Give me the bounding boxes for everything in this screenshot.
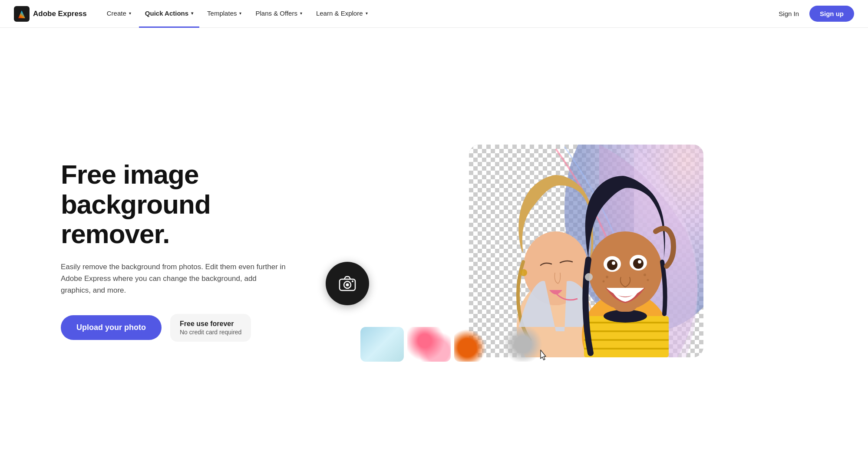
nav-item-quick-actions[interactable]: Quick Actions ▾ (139, 0, 199, 28)
chevron-down-icon: ▾ (239, 11, 241, 16)
cursor-pointer-icon (539, 349, 545, 362)
hero-actions: Upload your photo Free use forever No cr… (61, 314, 313, 342)
hero-left: Free image background remover. Easily re… (61, 160, 313, 341)
swatch-teal[interactable] (360, 327, 404, 362)
svg-point-22 (638, 260, 641, 264)
upload-photo-button[interactable]: Upload your photo (61, 315, 162, 340)
nav-actions: Sign In Sign up (773, 6, 854, 22)
hero-description: Easily remove the background from photos… (61, 261, 287, 297)
brand-logo[interactable]: Adobe Express (14, 6, 87, 22)
svg-point-25 (644, 274, 646, 276)
svg-point-23 (606, 276, 608, 278)
swatch-blue-orange[interactable] (454, 327, 498, 362)
chevron-down-icon: ▾ (191, 11, 193, 16)
camera-icon-button[interactable] (326, 262, 369, 305)
svg-point-20 (633, 258, 644, 269)
signup-button[interactable]: Sign up (809, 6, 854, 22)
nav-item-templates[interactable]: Templates ▾ (201, 0, 248, 28)
nav-item-learn-explore[interactable]: Learn & Explore ▾ (310, 0, 374, 28)
brand-name: Adobe Express (33, 10, 87, 18)
svg-point-27 (585, 273, 593, 281)
svg-point-26 (647, 279, 649, 281)
chevron-down-icon: ▾ (300, 11, 302, 16)
svg-point-24 (602, 280, 604, 282)
nav-item-create[interactable]: Create ▾ (101, 0, 137, 28)
free-badge-line2: No credit card required (180, 329, 241, 336)
adobe-express-logo-icon (14, 6, 30, 22)
svg-point-11 (520, 269, 527, 276)
chevron-down-icon: ▾ (129, 11, 131, 16)
camera-icon (338, 274, 357, 293)
main-nav: Adobe Express Create ▾ Quick Actions ▾ T… (0, 0, 868, 28)
nav-item-plans-offers[interactable]: Plans & Offers ▾ (249, 0, 308, 28)
background-swatches (360, 327, 545, 362)
chevron-down-icon: ▾ (366, 11, 368, 16)
hero-image (469, 145, 703, 357)
svg-point-30 (346, 283, 349, 286)
svg-point-19 (607, 260, 617, 270)
hero-right (339, 145, 833, 357)
hero-image-container (469, 145, 703, 357)
svg-point-21 (612, 261, 615, 265)
hero-title: Free image background remover. (61, 160, 313, 249)
swatch-gray[interactable] (501, 327, 545, 362)
nav-links: Create ▾ Quick Actions ▾ Templates ▾ Pla… (101, 0, 774, 28)
signin-button[interactable]: Sign In (773, 7, 804, 21)
svg-point-31 (352, 280, 353, 282)
hero-section: Free image background remover. Easily re… (0, 28, 868, 465)
swatch-pink[interactable] (407, 327, 451, 362)
free-badge: Free use forever No credit card required (170, 314, 251, 342)
free-badge-line1: Free use forever (180, 320, 241, 328)
